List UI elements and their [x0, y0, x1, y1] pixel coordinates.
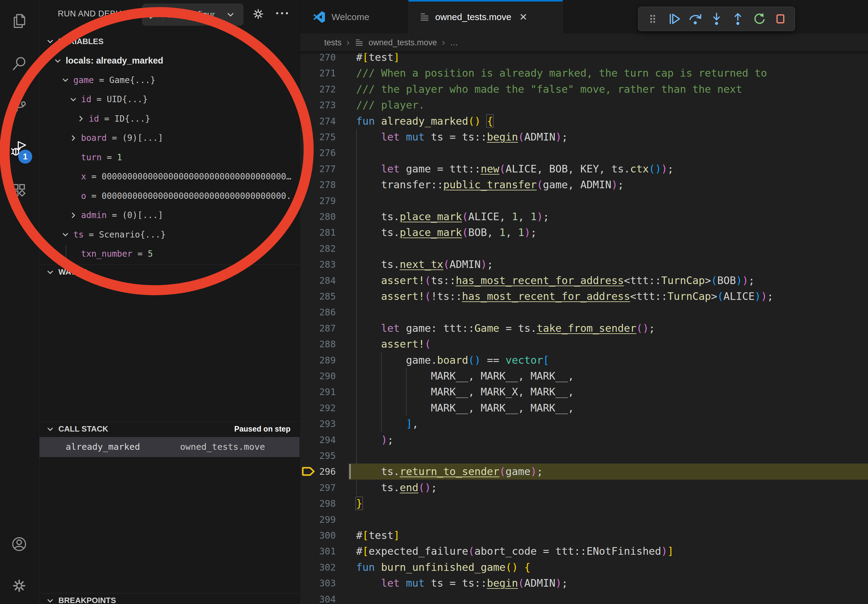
- code-line-291[interactable]: 291 MARK__, MARK_X, MARK__,: [300, 384, 868, 400]
- code-text[interactable]: let game: ttt::Game = ts.take_from_sende…: [356, 320, 655, 336]
- line-number[interactable]: 271: [300, 65, 336, 81]
- code-line-290[interactable]: 290 MARK__, MARK__, MARK__,: [300, 368, 868, 384]
- code-text[interactable]: ts.end();: [356, 480, 437, 496]
- section-header-call-stack[interactable]: CALL STACK Paused on step: [40, 421, 299, 436]
- tab-owned-tests-move[interactable]: owned_tests.move ✕: [408, 0, 563, 34]
- line-number[interactable]: 281: [300, 225, 336, 240]
- code-text[interactable]: ts.place_mark(BOB, 1, 1);: [356, 225, 537, 240]
- code-text[interactable]: /// When a position is already marked, t…: [356, 65, 767, 81]
- settings-gear-icon[interactable]: [11, 578, 27, 594]
- line-number[interactable]: 286: [300, 304, 336, 320]
- step-over-button[interactable]: [685, 9, 706, 29]
- variable-row-game[interactable]: game = Game{...}: [40, 71, 299, 90]
- line-number[interactable]: 282: [300, 240, 336, 257]
- breadcrumb-folder[interactable]: tests: [324, 38, 341, 48]
- start-debugging-icon[interactable]: [146, 9, 158, 21]
- code-line-300[interactable]: 300#[test]: [300, 527, 868, 544]
- line-number[interactable]: 294: [300, 432, 336, 448]
- accounts-icon[interactable]: [11, 536, 27, 552]
- code-text[interactable]: ts.place_mark(ALICE, 1, 1);: [356, 209, 549, 225]
- search-icon[interactable]: [11, 56, 27, 71]
- line-number[interactable]: 284: [300, 273, 336, 289]
- code-text[interactable]: /// the player who made the "false" move…: [356, 81, 742, 97]
- section-header-watch[interactable]: WATCH: [40, 265, 299, 279]
- code-line-275[interactable]: 275 let mut ts = ts::begin(ADMIN);: [300, 129, 868, 145]
- code-line-276[interactable]: 276: [300, 145, 868, 161]
- code-line-297[interactable]: 297 ts.end();: [300, 480, 868, 496]
- code-line-278[interactable]: 278 transfer::public_transfer(game, ADMI…: [300, 177, 868, 193]
- line-number[interactable]: 272: [300, 81, 336, 97]
- code-line-285[interactable]: 285 assert!(!ts::has_most_recent_for_add…: [300, 288, 868, 304]
- code-text[interactable]: assert!(!ts::has_most_recent_for_address…: [356, 288, 773, 304]
- line-number[interactable]: 293: [300, 416, 336, 432]
- code-text[interactable]: ts.return_to_sender(game);: [356, 463, 543, 480]
- code-line-295[interactable]: 295: [300, 448, 868, 464]
- close-icon[interactable]: ✕: [519, 11, 527, 23]
- code-line-303[interactable]: 303 let mut ts = ts::begin(ADMIN);: [300, 575, 868, 591]
- code-text[interactable]: assert!(: [356, 336, 431, 352]
- code-text[interactable]: MARK__, MARK_X, MARK__,: [356, 384, 574, 400]
- variable-row-x[interactable]: x = 000000000000000000000000000000000000…: [40, 167, 299, 186]
- line-number[interactable]: 274: [300, 113, 336, 129]
- code-text[interactable]: }: [356, 496, 362, 511]
- line-number[interactable]: 289: [300, 352, 336, 368]
- code-line-287[interactable]: 287 let game: ttt::Game = ts.take_from_s…: [300, 320, 868, 336]
- line-number[interactable]: 276: [300, 145, 336, 161]
- code-text[interactable]: ],: [356, 416, 418, 432]
- code-line-280[interactable]: 280 ts.place_mark(ALICE, 1, 1);: [300, 209, 868, 225]
- section-header-variables[interactable]: VARIABLES: [40, 34, 299, 49]
- line-number[interactable]: 297: [300, 480, 336, 496]
- line-number[interactable]: 283: [300, 256, 336, 273]
- code-line-273[interactable]: 273/// player.: [300, 97, 868, 113]
- continue-button[interactable]: [663, 9, 685, 29]
- debug-config-dropdown[interactable]: No Configur: [142, 4, 243, 26]
- code-line-289[interactable]: 289 game.board() == vector[: [300, 352, 868, 368]
- code-line-301[interactable]: 301#[expected_failure(abort_code = ttt::…: [300, 543, 868, 559]
- code-text[interactable]: fun already_marked() {: [356, 113, 493, 129]
- line-number[interactable]: 303: [300, 575, 336, 591]
- debug-settings-gear-icon[interactable]: [252, 8, 265, 20]
- code-line-294[interactable]: 294 );: [300, 432, 868, 448]
- line-number[interactable]: 288: [300, 336, 336, 352]
- code-text[interactable]: MARK__, MARK__, MARK__,: [356, 368, 574, 384]
- line-number[interactable]: 299: [300, 511, 336, 528]
- stop-button[interactable]: [770, 9, 791, 29]
- breadcrumb-file[interactable]: owned_tests.move: [369, 38, 437, 48]
- section-header-breakpoints[interactable]: BREAKPOINTS: [40, 593, 299, 604]
- line-number[interactable]: 298: [300, 496, 336, 511]
- code-text[interactable]: assert!(ts::has_most_recent_for_address<…: [356, 273, 755, 289]
- line-number[interactable]: 280: [300, 209, 336, 225]
- line-number[interactable]: 296: [300, 463, 336, 480]
- extensions-icon[interactable]: [11, 182, 27, 198]
- code-text[interactable]: );: [356, 432, 394, 448]
- code-line-296[interactable]: 296 ts.return_to_sender(game);: [300, 463, 868, 480]
- code-line-279[interactable]: 279: [300, 193, 868, 209]
- variable-row-board[interactable]: board = (9)[...]: [40, 129, 299, 147]
- code-line-272[interactable]: 272/// the player who made the "false" m…: [300, 81, 868, 97]
- step-out-button[interactable]: [727, 9, 749, 29]
- line-number[interactable]: 304: [300, 591, 336, 604]
- line-number[interactable]: 270: [300, 49, 336, 65]
- code-text[interactable]: fun burn_unfinished_game() {: [356, 559, 530, 575]
- line-number[interactable]: 295: [300, 448, 336, 464]
- code-text[interactable]: let mut ts = ts::begin(ADMIN);: [356, 575, 568, 591]
- code-line-293[interactable]: 293 ],: [300, 416, 868, 432]
- code-text[interactable]: #[test]: [356, 49, 400, 65]
- breadcrumb-symbol-ellipsis[interactable]: …: [450, 38, 458, 48]
- line-number[interactable]: 275: [300, 129, 336, 145]
- variable-row-id[interactable]: id = UID{...}: [40, 90, 299, 109]
- code-text[interactable]: transfer::public_transfer(game, ADMIN);: [356, 177, 624, 193]
- line-number[interactable]: 300: [300, 527, 336, 544]
- code-line-292[interactable]: 292 MARK__, MARK__, MARK__,: [300, 400, 868, 416]
- code-line-304[interactable]: 304: [300, 591, 868, 604]
- code-text[interactable]: /// player.: [356, 97, 425, 113]
- line-number[interactable]: 290: [300, 368, 336, 384]
- line-number[interactable]: 301: [300, 543, 336, 559]
- variable-row-id[interactable]: id = ID{...}: [40, 109, 299, 129]
- code-line-274[interactable]: 274fun already_marked() {: [300, 113, 868, 129]
- code-line-282[interactable]: 282: [300, 240, 868, 257]
- explorer-icon[interactable]: [11, 13, 27, 29]
- code-line-286[interactable]: 286: [300, 304, 868, 320]
- line-number[interactable]: 302: [300, 559, 336, 575]
- line-number[interactable]: 277: [300, 161, 336, 177]
